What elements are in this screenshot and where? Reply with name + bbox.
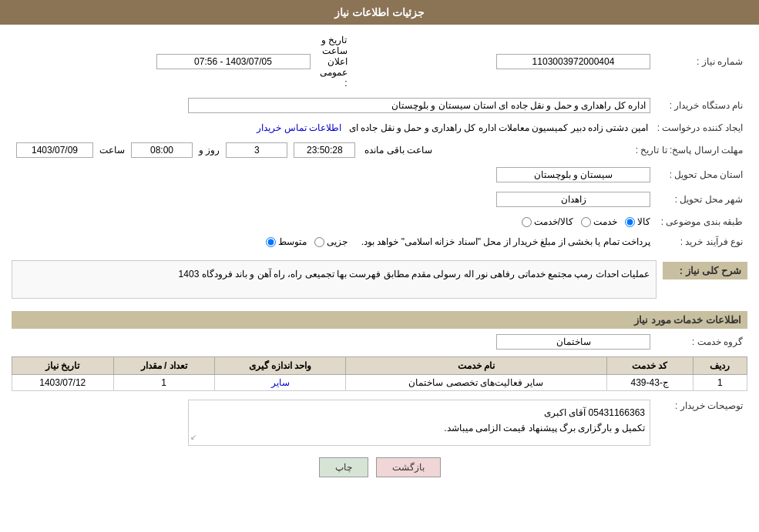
col-header-row: ردیف xyxy=(693,357,747,375)
reply-days-display: 3 xyxy=(226,142,287,158)
services-data-table: ردیف کد خدمت نام خدمت واحد اندازه گیری ت… xyxy=(12,356,747,391)
process-note-text: پرداخت تمام یا بخشی از مبلغ خریدار از مح… xyxy=(361,236,650,247)
city-display: زاهدان xyxy=(496,192,650,207)
reply-remaining-display: 23:50:28 xyxy=(294,142,355,158)
resize-handle: ↙ xyxy=(190,430,196,443)
province-display: سیستان و بلوچستان xyxy=(496,167,650,182)
process-option-jozii-label: جزیی xyxy=(327,236,348,247)
process-option-motavasset-label: متوسط xyxy=(278,236,307,247)
process-value: پرداخت تمام یا بخشی از مبلغ خریدار از مح… xyxy=(12,234,655,249)
col-header-name: نام خدمت xyxy=(346,357,606,375)
need-number-label: شماره نیاز : xyxy=(655,32,747,91)
print-button[interactable]: چاپ xyxy=(319,457,368,477)
reply-days-label: روز و xyxy=(199,145,220,156)
buyer-notes-label: توصیحات خریدار : xyxy=(655,397,747,448)
page-header: جزئیات اطلاعات نیاز xyxy=(0,0,759,25)
category-option-khadamat: خدمت xyxy=(581,216,617,227)
process-radio-motavasset[interactable] xyxy=(266,237,276,247)
col-header-unit: واحد اندازه گیری xyxy=(214,357,345,375)
category-radio-kala[interactable] xyxy=(625,217,635,227)
description-section-label: شرح کلی نیاز : xyxy=(663,262,747,279)
col-header-code: کد خدمت xyxy=(606,357,693,375)
category-option-kala: کالا xyxy=(625,216,650,227)
cell-code: ج-43-439 xyxy=(606,375,693,391)
announce-value: 1403/07/05 - 07:56 xyxy=(12,32,315,91)
info-table-row8: نوع فرآیند خرید : پرداخت تمام یا بخشی از… xyxy=(12,234,747,249)
service-group-label: گروه خدمت : xyxy=(655,332,747,352)
reply-deadline-label: مهلت ارسال پاسخ: تا تاریخ : xyxy=(631,140,747,160)
buyer-notes-box: 05431166363 آقای اکبری تکمیل و بارگزاری … xyxy=(188,400,650,446)
process-radio-jozii[interactable] xyxy=(314,237,324,247)
category-label: طبقه بندی موضوعی : xyxy=(655,214,747,229)
process-label: نوع فرآیند خرید : xyxy=(655,234,747,249)
buyer-notes-line1: 05431166363 آقای اکبری xyxy=(193,405,645,420)
province-label: استان محل تحویل : xyxy=(655,165,747,185)
process-option-motavasset: متوسط xyxy=(266,236,307,247)
service-group-table: گروه خدمت : ساختمان xyxy=(12,332,747,352)
page-wrapper: جزئیات اطلاعات نیاز شماره نیاز : 1103003… xyxy=(0,0,759,532)
info-table-row3: ایجاد کننده درخواست : امین دشتی زاده دبی… xyxy=(12,120,747,136)
need-number-display: 1103003972000404 xyxy=(496,54,650,69)
cell-date: 1403/07/12 xyxy=(12,375,114,391)
info-table-row4: مهلت ارسال پاسخ: تا تاریخ : 1403/07/09 س… xyxy=(12,140,747,160)
col-header-qty: تعداد / مقدار xyxy=(113,357,214,375)
info-table-row6: شهر محل تحویل : زاهدان xyxy=(12,189,747,209)
creator-value: امین دشتی زاده دبیر کمیسیون معاملات ادار… xyxy=(12,120,653,136)
description-section: شرح کلی نیاز : عملیات احداث رمپ مجتمع خد… xyxy=(12,256,747,303)
category-option-kala-khadamat-label: کالا/خدمت xyxy=(534,216,573,227)
creator-label: ایجاد کننده درخواست : xyxy=(653,120,747,136)
buttons-row: بازگشت چاپ xyxy=(12,457,747,477)
back-button[interactable]: بازگشت xyxy=(376,457,441,477)
info-table-row7: طبقه بندی موضوعی : کالا/خدمت خدمت کالا xyxy=(12,214,747,229)
buyer-org-value: اداره کل راهداری و حمل و نقل جاده ای است… xyxy=(12,95,655,115)
cell-unit: سایر xyxy=(214,375,345,391)
info-table-row5: استان محل تحویل : سیستان و بلوچستان xyxy=(12,165,747,185)
buyer-notes-value: 05431166363 آقای اکبری تکمیل و بارگزاری … xyxy=(12,397,655,448)
buyer-org-label: نام دستگاه خریدار : xyxy=(655,95,747,115)
buyer-notes-line2: تکمیل و بارگزاری برگ پیشنهاد قیمت الزامی… xyxy=(193,420,645,436)
services-section-label: اطلاعات خدمات مورد نیاز xyxy=(12,311,747,329)
reply-date-display: 1403/07/09 xyxy=(16,142,93,158)
announce-display: 1403/07/05 - 07:56 xyxy=(156,54,311,69)
city-label: شهر محل تحویل : xyxy=(655,189,747,209)
need-number-value: 1103003972000404 xyxy=(352,32,656,91)
unit-link[interactable]: سایر xyxy=(271,377,290,388)
page-title: جزئیات اطلاعات نیاز xyxy=(334,6,425,18)
description-text: عملیات احداث رمپ مجتمع خدماتی رفاهی نور … xyxy=(12,260,657,299)
reply-time-display: 08:00 xyxy=(131,142,193,158)
buyer-org-display: اداره کل راهداری و حمل و نقل جاده ای است… xyxy=(188,98,650,113)
table-row: 1 ج-43-439 سایر فعالیت‌های تخصصی ساختمان… xyxy=(12,375,747,391)
cell-row: 1 xyxy=(693,375,747,391)
info-table-row2: نام دستگاه خریدار : اداره کل راهداری و ح… xyxy=(12,95,747,115)
creator-text: امین دشتی زاده دبیر کمیسیون معاملات ادار… xyxy=(349,122,648,133)
cell-qty: 1 xyxy=(113,375,214,391)
info-table-row1: شماره نیاز : 1103003972000404 تاریخ و سا… xyxy=(12,32,747,91)
cell-name: سایر فعالیت‌های تخصصی ساختمان xyxy=(346,375,606,391)
category-radio-khadamat[interactable] xyxy=(581,217,591,227)
city-value: زاهدان xyxy=(12,189,655,209)
content-area: شماره نیاز : 1103003972000404 تاریخ و سا… xyxy=(0,25,759,494)
col-header-date: تاریخ نیاز xyxy=(12,357,114,375)
category-value: کالا/خدمت خدمت کالا xyxy=(12,214,655,229)
buyer-notes-table: توصیحات خریدار : 05431166363 آقای اکبری … xyxy=(12,397,747,448)
process-option-jozii: جزیی xyxy=(314,236,348,247)
creator-contact-link[interactable]: اطلاعات تماس خریدار xyxy=(257,122,341,133)
reply-deadline-value: 1403/07/09 ساعت 08:00 روز و 3 23:50:28 س… xyxy=(12,140,631,160)
category-option-khadamat-label: خدمت xyxy=(593,216,617,227)
service-group-value: ساختمان xyxy=(12,332,655,352)
province-value: سیستان و بلوچستان xyxy=(12,165,655,185)
announce-label: تاریخ و ساعت اعلان عمومی : xyxy=(315,32,352,91)
reply-time-label: ساعت xyxy=(99,145,125,156)
category-option-kala-khadamat: کالا/خدمت xyxy=(522,216,573,227)
category-radio-kala-khadamat[interactable] xyxy=(522,217,532,227)
category-option-kala-label: کالا xyxy=(637,216,650,227)
service-group-display: ساختمان xyxy=(496,334,650,350)
reply-remaining-label: ساعت باقی مانده xyxy=(364,145,432,156)
